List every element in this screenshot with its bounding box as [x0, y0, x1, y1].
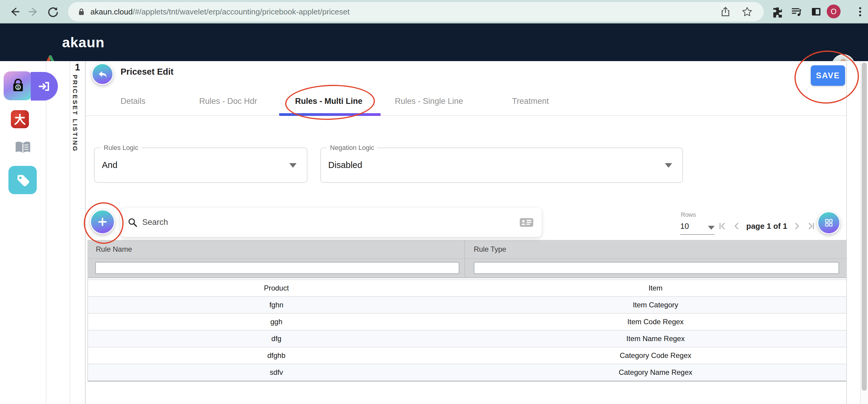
rule-type-cell: Item [465, 280, 846, 296]
shopping-bag-icon: $ [10, 78, 26, 94]
browser-menu-icon[interactable] [854, 6, 866, 18]
rule-name-cell: dfghb [88, 347, 465, 364]
svg-text:$: $ [17, 85, 19, 90]
listing-strip-divider-left [70, 61, 70, 404]
url-text: akaun.cloud/#/applets/tnt/wavelet/erp/ac… [90, 7, 350, 16]
table-row[interactable]: fghn Item Category [88, 296, 846, 313]
last-page-icon[interactable] [807, 221, 816, 231]
search-icon [127, 217, 138, 228]
tabs-bottom-border [85, 115, 846, 116]
applet-icon-red[interactable] [11, 110, 29, 128]
active-tab-underline [279, 113, 381, 116]
extensions-puzzle-icon[interactable] [772, 6, 784, 18]
of-word: of [773, 222, 781, 231]
table-row[interactable]: sdfv Category Name Regex [88, 364, 846, 380]
browser-chrome: akaun.cloud/#/applets/tnt/wavelet/erp/ac… [0, 0, 868, 24]
rule-name-cell: sdfv [88, 364, 465, 380]
negation-logic-select[interactable]: Negation Logic Disabled [320, 147, 683, 183]
media-playlist-icon[interactable] [790, 6, 802, 18]
current-page: 1 [767, 222, 771, 231]
browser-forward-icon[interactable] [28, 6, 40, 18]
rule-type-cell: Item Name Regex [465, 331, 846, 347]
plus-icon [96, 215, 109, 229]
rule-name-cell: Product [88, 280, 465, 296]
app-navbar: akaun [0, 24, 868, 61]
browser-refresh-icon[interactable] [47, 6, 59, 18]
first-page-icon[interactable] [717, 221, 727, 231]
sidebar-divider [46, 61, 46, 404]
table-header: Rule Name Rule Type [88, 240, 846, 258]
rule-name-cell: fghn [88, 297, 465, 313]
lock-icon [76, 7, 86, 16]
pagination: page 1 of 1 [717, 217, 816, 235]
table-row[interactable]: Product Item [88, 279, 846, 296]
tab-rules-doc-hdr[interactable]: Rules - Doc Hdr [199, 97, 257, 106]
applet-icon-tag[interactable] [8, 166, 37, 194]
grid-view-icon [823, 216, 835, 229]
rule-name-cell: ggh [88, 314, 465, 330]
book-icon [14, 140, 32, 155]
chevron-down-icon [708, 226, 715, 230]
screen: akaun.cloud/#/applets/tnt/wavelet/erp/ac… [0, 0, 868, 404]
column-divider [464, 240, 465, 277]
url-path: /#/applets/tnt/wavelet/erp/accounting/pr… [133, 7, 350, 16]
contact-card-icon[interactable] [519, 216, 534, 229]
total-pages: 1 [783, 222, 787, 231]
chevron-down-icon [665, 163, 672, 168]
tab-rules-single-line[interactable]: Rules - Single Line [395, 97, 463, 106]
tab-treatment[interactable]: Treatment [512, 97, 549, 106]
applet-icon-pricebook[interactable]: $ [4, 71, 33, 100]
browser-profile-avatar[interactable]: O [827, 4, 841, 19]
brand-name: akaun [62, 24, 104, 61]
rule-name-cell: dfg [88, 331, 465, 347]
listing-tab-index: 1 [70, 62, 84, 73]
scrollbar-thumb[interactable] [862, 63, 867, 391]
docs-book-item[interactable] [14, 140, 32, 155]
table-bottom-border [88, 380, 846, 382]
rule-type-cell: Item Code Regex [465, 314, 846, 330]
prev-page-icon[interactable] [732, 221, 741, 231]
bookmark-star-icon[interactable] [741, 6, 753, 18]
table-row[interactable]: dfghb Category Code Regex [88, 347, 846, 364]
save-button[interactable]: SAVE [811, 65, 845, 86]
browser-back-icon[interactable] [8, 6, 21, 18]
cjk-character-icon [13, 112, 27, 126]
rows-label: Rows [681, 211, 696, 218]
page-word: page [746, 222, 765, 231]
table-row[interactable]: dfg Item Name Regex [88, 330, 846, 347]
search-bar [121, 208, 541, 237]
tab-details[interactable]: Details [121, 97, 146, 106]
column-header-rule-type[interactable]: Rule Type [474, 240, 506, 258]
chevron-down-icon [289, 163, 297, 168]
table-row[interactable]: ggh Item Code Regex [88, 313, 846, 330]
column-header-rule-name[interactable]: Rule Name [96, 240, 132, 258]
share-icon[interactable] [720, 6, 731, 18]
reply-arrow-icon [96, 68, 108, 80]
rows-value: 10 [680, 222, 689, 231]
rules-table: Rule Name Rule Type Product Item fghn It… [87, 240, 847, 382]
side-panel-icon[interactable] [810, 6, 822, 18]
rows-per-page-select[interactable]: 10 [680, 222, 715, 235]
add-rule-button[interactable] [90, 209, 115, 234]
login-icon [37, 79, 51, 93]
search-input[interactable] [142, 217, 519, 227]
profile-initial: O [831, 7, 836, 16]
rules-logic-select[interactable]: Rules Logic And [94, 147, 307, 183]
page-title: Priceset Edit [121, 67, 174, 77]
url-host: akaun.cloud [90, 7, 133, 16]
address-bar[interactable]: akaun.cloud/#/applets/tnt/wavelet/erp/ac… [68, 2, 764, 21]
tab-rules-multi-line[interactable]: Rules - Multi Line [295, 97, 363, 106]
next-page-icon[interactable] [792, 221, 802, 231]
tag-icon [14, 172, 31, 188]
back-button[interactable] [92, 63, 113, 85]
rule-name-filter-input[interactable] [95, 262, 459, 274]
rules-logic-value: And [102, 148, 118, 182]
grid-view-button[interactable] [817, 211, 840, 234]
rule-type-filter-input[interactable] [474, 262, 839, 274]
rule-type-cell: Item Category [465, 297, 846, 313]
page-indicator: page 1 of 1 [746, 222, 787, 231]
negation-logic-value: Disabled [328, 148, 362, 182]
listing-strip-divider-right [85, 61, 86, 404]
rule-type-cell: Category Name Regex [465, 364, 846, 380]
listing-tab-label: PRICESET LISTING [71, 75, 79, 152]
